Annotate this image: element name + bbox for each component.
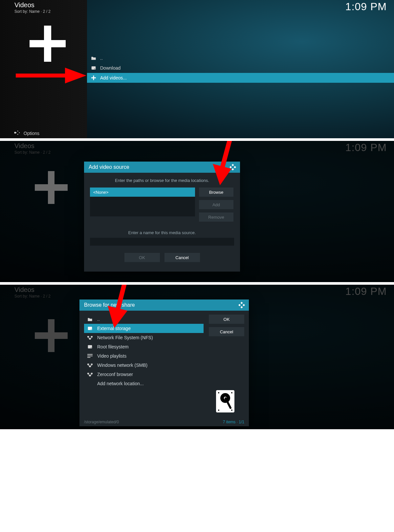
list-item-label: Video playlists <box>97 353 126 359</box>
clock: 1:09 PM <box>345 285 387 298</box>
add-video-source-dialog: Add video source Enter the paths or brow… <box>84 162 240 272</box>
remove-button[interactable]: Remove <box>199 212 233 222</box>
page-subtitle: Sort by: Name · 2 / 2 <box>14 150 51 155</box>
folder-up-icon <box>87 56 100 60</box>
path-selected[interactable]: <None> <box>90 188 195 197</box>
svg-point-23 <box>218 410 219 411</box>
media-name-input[interactable] <box>90 238 234 246</box>
page-subtitle: Sort by: Name · 2 / 2 <box>14 294 51 299</box>
list-item-label: Windows network (SMB) <box>97 363 147 368</box>
dialog-title: Browse for new share <box>84 302 135 308</box>
list-item-label: External storage <box>97 326 131 331</box>
svg-rect-12 <box>88 345 92 348</box>
drive-preview-icon <box>215 389 236 413</box>
svg-rect-18 <box>91 373 93 374</box>
list-item-up[interactable]: .. <box>87 53 394 63</box>
list-item-label: Root filesystem <box>97 344 129 349</box>
list-item-zeroconf[interactable]: Zeroconf browser <box>84 370 204 379</box>
list-item-download[interactable]: Download <box>87 63 394 73</box>
list-item-label: Download <box>100 65 120 71</box>
dialog-header: Browse for new share <box>79 299 249 311</box>
cancel-button[interactable]: Cancel <box>164 253 200 262</box>
footer-path: /storage/emulated/0 <box>84 420 119 424</box>
add-button[interactable]: Add <box>199 200 233 209</box>
svg-point-8 <box>91 329 91 330</box>
svg-rect-15 <box>91 364 93 365</box>
list-item-label: Zeroconf browser <box>97 372 133 377</box>
cancel-button[interactable]: Cancel <box>209 327 244 336</box>
svg-point-26 <box>231 392 232 393</box>
list-item-label: Network File System (NFS) <box>97 335 153 340</box>
folder-up-icon <box>87 317 93 321</box>
ok-button[interactable]: OK <box>124 253 160 262</box>
dialog-instruction-2: Enter a name for this media source. <box>90 230 234 235</box>
list-item-label: Add videos... <box>100 75 127 80</box>
list-item-external-storage[interactable]: External storage <box>84 324 204 333</box>
svg-point-24 <box>231 410 232 411</box>
page-title: Videos <box>14 142 34 150</box>
list-item-add-network-location[interactable]: Add network location... <box>84 379 204 388</box>
footer-count: 7 items · 1/1 <box>223 420 244 424</box>
panel-browse-share: Videos Sort by: Name · 2 / 2 1:09 PM Bro… <box>0 285 394 429</box>
browse-share-dialog: Browse for new share .. External storage… <box>79 299 249 426</box>
add-source-big-plus <box>35 171 68 204</box>
sidebar <box>0 0 87 138</box>
panel-videos-list: Videos Sort by: Name · 2 / 2 1:09 PM .. … <box>0 0 394 138</box>
list-item-video-playlists[interactable]: Video playlists <box>84 351 204 361</box>
options-label: Options <box>24 131 39 136</box>
add-source-big-plus <box>30 26 66 62</box>
svg-rect-9 <box>87 336 89 337</box>
network-icon <box>87 363 93 367</box>
list-item-label: Add network location... <box>97 381 144 386</box>
kodi-logo-icon <box>229 163 237 171</box>
drive-icon <box>87 344 93 349</box>
list-item-root[interactable]: Root filesystem <box>84 342 204 351</box>
svg-point-25 <box>218 392 219 393</box>
clock: 1:09 PM <box>345 142 387 154</box>
gear-icon <box>12 130 20 136</box>
list-item-label: .. <box>100 55 103 61</box>
dialog-footer: /storage/emulated/0 7 items · 1/1 <box>84 420 244 424</box>
playlist-icon <box>87 354 93 358</box>
svg-rect-10 <box>91 336 93 337</box>
kodi-logo-icon <box>238 301 246 309</box>
dialog-title: Add video source <box>89 164 129 170</box>
page-title: Videos <box>14 286 34 294</box>
list-item-up[interactable]: .. <box>84 315 204 324</box>
list-item-nfs[interactable]: Network File System (NFS) <box>84 333 204 342</box>
svg-point-13 <box>91 347 91 348</box>
network-icon <box>87 336 93 340</box>
dialog-instruction: Enter the paths or browse for the media … <box>90 176 234 188</box>
clock: 1:09 PM <box>345 1 387 13</box>
page-subtitle: Sort by: Name · 2 / 2 <box>14 9 51 14</box>
ok-button[interactable]: OK <box>209 315 244 324</box>
options-button[interactable]: Options <box>12 130 39 136</box>
dialog-header: Add video source <box>84 162 240 173</box>
svg-rect-17 <box>87 373 89 374</box>
page-title: Videos <box>14 1 34 9</box>
svg-rect-0 <box>92 66 96 70</box>
svg-point-1 <box>94 69 95 69</box>
svg-rect-14 <box>87 364 89 365</box>
file-list: .. External storage Network File System … <box>84 315 204 388</box>
svg-rect-7 <box>88 327 92 330</box>
paths-list[interactable]: <None> <box>90 188 195 216</box>
list-item-add-videos[interactable]: Add videos... <box>87 73 394 83</box>
add-source-big-plus <box>35 319 68 352</box>
panel-add-video-source: Videos Sort by: Name · 2 / 2 1:09 PM Add… <box>0 141 394 282</box>
list-item-label: .. <box>97 317 100 322</box>
browse-button[interactable]: Browse <box>199 188 233 197</box>
network-icon <box>87 372 93 376</box>
plus-icon <box>87 76 100 80</box>
drive-icon <box>87 326 93 331</box>
drive-icon <box>87 66 100 70</box>
list-item-smb[interactable]: Windows network (SMB) <box>84 361 204 370</box>
